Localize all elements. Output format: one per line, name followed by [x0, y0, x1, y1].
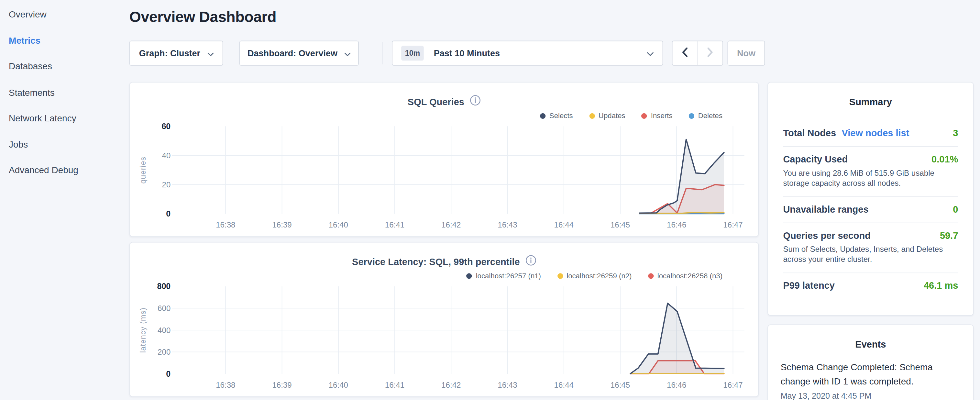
time-forward-button[interactable] — [697, 41, 722, 65]
summary-title: Summary — [783, 83, 958, 107]
graph-selector-dropdown[interactable]: Graph: Cluster — [129, 41, 223, 66]
summary-row-total-nodes: Total Nodes View nodes list 3 — [783, 121, 958, 147]
sidebar-item-jobs[interactable]: Jobs — [9, 137, 134, 151]
sql-queries-plot[interactable]: 16:3816:3916:4016:4116:4216:4316:4416:45… — [130, 83, 758, 236]
view-nodes-list-link[interactable]: View nodes list — [842, 127, 909, 138]
svg-text:16:41: 16:41 — [385, 381, 404, 389]
time-range-label: Past 10 Minutes — [434, 48, 647, 58]
chevron-down-icon — [344, 48, 350, 58]
event-timestamp: May 13, 2020 at 4:45 PM — [781, 391, 961, 400]
svg-text:16:44: 16:44 — [554, 381, 574, 389]
svg-text:16:38: 16:38 — [216, 220, 235, 229]
svg-text:800: 800 — [157, 282, 170, 291]
svg-text:16:46: 16:46 — [667, 220, 686, 229]
summary-row-label: Unavailable ranges — [783, 204, 869, 215]
sidebar-item-metrics[interactable]: Metrics — [9, 33, 134, 47]
svg-text:16:47: 16:47 — [723, 220, 743, 229]
chevron-down-icon — [207, 48, 213, 58]
summary-row-unavailable-ranges: Unavailable ranges 0 — [783, 197, 958, 223]
svg-text:16:45: 16:45 — [611, 381, 630, 389]
svg-text:16:40: 16:40 — [329, 220, 348, 229]
svg-text:16:39: 16:39 — [272, 220, 291, 229]
service-latency-plot[interactable]: 16:3816:3916:4016:4116:4216:4316:4416:45… — [130, 242, 758, 396]
summary-row-queries-per-second: Queries per second 59.7 Sum of Selects, … — [783, 223, 958, 274]
svg-text:latency (ms): latency (ms) — [139, 308, 147, 353]
summary-row-value: 46.1 ms — [924, 280, 958, 291]
dashboard-selector-dropdown[interactable]: Dashboard: Overview — [239, 41, 359, 66]
svg-text:16:42: 16:42 — [441, 220, 461, 229]
summary-row-value: 0 — [953, 204, 958, 215]
chevron-down-icon — [647, 48, 654, 58]
svg-text:600: 600 — [158, 304, 170, 312]
svg-text:400: 400 — [158, 326, 170, 335]
svg-text:16:46: 16:46 — [667, 381, 686, 389]
svg-text:16:47: 16:47 — [723, 381, 743, 389]
svg-text:200: 200 — [158, 347, 170, 356]
app-root: Overview Metrics Databases Statements Ne… — [0, 0, 980, 400]
sidebar-item-databases[interactable]: Databases — [9, 59, 134, 73]
sidebar: Overview Metrics Databases Statements Ne… — [0, 0, 134, 189]
summary-row-capacity-used: Capacity Used 0.01% You are using 28.6 M… — [783, 147, 958, 197]
toolbar-divider — [382, 42, 382, 64]
summary-row-label: Total Nodes — [783, 127, 836, 138]
now-button[interactable]: Now — [727, 41, 765, 66]
graph-selector-label: Graph: Cluster — [139, 48, 200, 58]
sidebar-item-statements[interactable]: Statements — [9, 85, 134, 99]
events-title: Events — [781, 325, 961, 349]
svg-text:16:44: 16:44 — [554, 220, 574, 229]
summary-row-value: 59.7 — [940, 230, 958, 241]
dashboard-selector-label: Dashboard: Overview — [248, 48, 337, 58]
svg-text:queries: queries — [139, 156, 147, 183]
service-latency-chart-card: Service Latency: SQL, 99th percentile lo… — [129, 242, 759, 397]
time-backward-button[interactable] — [673, 41, 697, 65]
svg-text:0: 0 — [166, 369, 170, 378]
sql-queries-chart-card: SQL Queries SelectsUpdatesInsertsDeletes… — [129, 82, 759, 237]
time-range-selector[interactable]: 10m Past 10 Minutes — [392, 41, 663, 66]
summary-row-label: P99 latency — [783, 280, 834, 291]
page-title: Overview Dashboard — [129, 8, 276, 25]
chevron-left-icon — [682, 47, 687, 59]
svg-text:16:41: 16:41 — [385, 220, 404, 229]
svg-text:16:43: 16:43 — [498, 381, 517, 389]
events-panel: Events Schema Change Completed: Schema c… — [767, 325, 974, 400]
sidebar-item-network-latency[interactable]: Network Latency — [9, 112, 134, 125]
summary-row-value: 3 — [953, 127, 958, 138]
summary-rows: Total Nodes View nodes list 3 Capacity U… — [783, 121, 958, 299]
svg-text:16:43: 16:43 — [498, 220, 517, 229]
svg-text:20: 20 — [162, 180, 171, 189]
svg-text:16:45: 16:45 — [611, 220, 630, 229]
toolbar: Graph: Cluster Dashboard: Overview 10m P… — [129, 41, 792, 66]
svg-text:0: 0 — [166, 209, 170, 218]
summary-row-value: 0.01% — [931, 154, 958, 164]
svg-text:16:38: 16:38 — [216, 381, 235, 389]
svg-text:40: 40 — [162, 151, 171, 160]
summary-row-label: Capacity Used — [783, 154, 848, 164]
summary-row-label: Queries per second — [783, 230, 871, 241]
summary-row-p99-latency: P99 latency 46.1 ms — [783, 273, 958, 299]
svg-text:16:39: 16:39 — [272, 381, 291, 389]
svg-text:60: 60 — [161, 122, 170, 131]
svg-text:16:40: 16:40 — [329, 381, 348, 389]
sidebar-item-overview[interactable]: Overview — [9, 8, 134, 21]
summary-panel: Summary Total Nodes View nodes list 3 Ca… — [767, 82, 974, 316]
time-range-badge: 10m — [401, 46, 424, 61]
chevron-right-icon — [707, 47, 713, 59]
summary-row-description: Sum of Selects, Updates, Inserts, and De… — [783, 244, 958, 265]
sidebar-item-advanced-debug[interactable]: Advanced Debug — [9, 163, 134, 177]
event-message: Schema Change Completed: Schema change w… — [781, 360, 961, 389]
svg-text:16:42: 16:42 — [441, 381, 461, 389]
summary-row-description: You are using 28.6 MiB of 515.9 GiB usab… — [783, 168, 958, 188]
time-step-buttons — [672, 41, 723, 66]
